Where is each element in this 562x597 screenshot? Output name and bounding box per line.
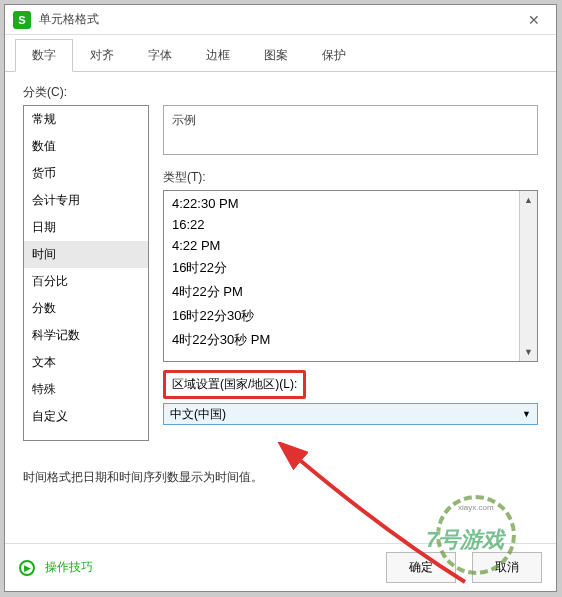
play-icon: ▶	[19, 560, 35, 576]
cat-date[interactable]: 日期	[24, 214, 148, 241]
cat-currency[interactable]: 货币	[24, 160, 148, 187]
category-label: 分类(C):	[23, 84, 538, 101]
type-item[interactable]: 4时22分 PM	[164, 280, 519, 304]
tab-align[interactable]: 对齐	[73, 39, 131, 71]
close-button[interactable]: ✕	[520, 6, 548, 34]
content-area: 分类(C): 常规 数值 货币 会计专用 日期 时间 百分比 分数 科学记数 文…	[5, 72, 556, 543]
cat-text[interactable]: 文本	[24, 349, 148, 376]
scroll-up-icon[interactable]: ▲	[520, 191, 537, 209]
locale-label: 区域设置(国家/地区)(L):	[172, 377, 297, 391]
type-item[interactable]: 4:22:30 PM	[164, 193, 519, 214]
tab-pattern[interactable]: 图案	[247, 39, 305, 71]
cat-special[interactable]: 特殊	[24, 376, 148, 403]
app-icon: S	[13, 11, 31, 29]
cat-accounting[interactable]: 会计专用	[24, 187, 148, 214]
tab-font[interactable]: 字体	[131, 39, 189, 71]
cat-number[interactable]: 数值	[24, 133, 148, 160]
type-list[interactable]: 4:22:30 PM 16:22 4:22 PM 16时22分 4时22分 PM…	[163, 190, 538, 362]
locale-select[interactable]: 中文(中国) ▼	[163, 403, 538, 425]
scroll-track[interactable]	[520, 209, 537, 343]
locale-value: 中文(中国)	[170, 406, 226, 423]
right-panel: 示例 类型(T): 4:22:30 PM 16:22 4:22 PM 16时22…	[163, 105, 538, 441]
type-scrollbar[interactable]: ▲ ▼	[519, 191, 537, 361]
chevron-down-icon: ▼	[522, 409, 531, 419]
dialog-title: 单元格格式	[39, 11, 520, 28]
type-item[interactable]: 16时22分30秒	[164, 304, 519, 328]
type-label: 类型(T):	[163, 169, 538, 186]
example-box: 示例	[163, 105, 538, 155]
locale-label-highlight: 区域设置(国家/地区)(L):	[163, 370, 306, 399]
titlebar: S 单元格格式 ✕	[5, 5, 556, 35]
footer: ▶ 操作技巧 确定 取消	[5, 543, 556, 591]
cell-format-dialog: S 单元格格式 ✕ 数字 对齐 字体 边框 图案 保护 分类(C): 常规 数值…	[4, 4, 557, 592]
type-item[interactable]: 16时22分	[164, 256, 519, 280]
description-text: 时间格式把日期和时间序列数显示为时间值。	[23, 469, 538, 486]
tips-link[interactable]: 操作技巧	[45, 559, 370, 576]
cancel-button[interactable]: 取消	[472, 552, 542, 583]
type-item[interactable]: 4时22分30秒 PM	[164, 328, 519, 352]
cat-general[interactable]: 常规	[24, 106, 148, 133]
category-list[interactable]: 常规 数值 货币 会计专用 日期 时间 百分比 分数 科学记数 文本 特殊 自定…	[23, 105, 149, 441]
scroll-down-icon[interactable]: ▼	[520, 343, 537, 361]
tab-border[interactable]: 边框	[189, 39, 247, 71]
cat-percent[interactable]: 百分比	[24, 268, 148, 295]
cat-custom[interactable]: 自定义	[24, 403, 148, 430]
type-item[interactable]: 4:22 PM	[164, 235, 519, 256]
tab-bar: 数字 对齐 字体 边框 图案 保护	[5, 35, 556, 72]
example-label: 示例	[172, 113, 196, 127]
type-item[interactable]: 16:22	[164, 214, 519, 235]
cat-scientific[interactable]: 科学记数	[24, 322, 148, 349]
cat-time[interactable]: 时间	[24, 241, 148, 268]
tab-number[interactable]: 数字	[15, 39, 73, 72]
tab-protect[interactable]: 保护	[305, 39, 363, 71]
cat-fraction[interactable]: 分数	[24, 295, 148, 322]
ok-button[interactable]: 确定	[386, 552, 456, 583]
